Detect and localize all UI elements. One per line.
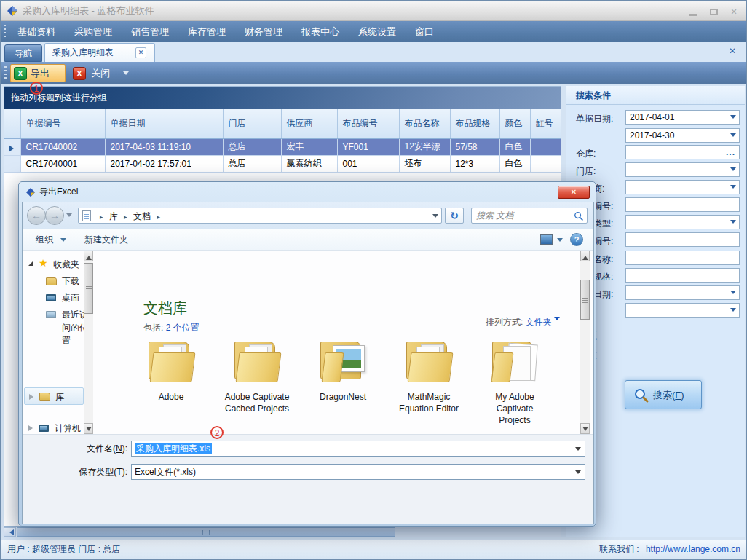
chevron-down-icon[interactable] xyxy=(730,308,736,315)
breadcrumb-item-documents[interactable]: 文档 xyxy=(133,211,151,221)
column-header-fabric-spec[interactable]: 布品规格 xyxy=(450,109,499,138)
audit-date-from-combobox[interactable] xyxy=(625,285,740,300)
scroll-up-button[interactable] xyxy=(84,251,93,261)
fabric-name-input[interactable] xyxy=(625,251,740,265)
menu-item-settings[interactable]: 系统设置 xyxy=(349,21,406,42)
organize-button[interactable]: 组织 xyxy=(36,229,53,251)
sidebar-item-favorites[interactable]: 收藏夹 xyxy=(53,258,79,271)
close-all-tabs-button[interactable]: ✕ xyxy=(729,46,736,56)
arrange-by-value[interactable]: 文件夹 xyxy=(526,317,552,327)
tree-expander-closed-icon[interactable] xyxy=(28,425,36,431)
chevron-down-icon[interactable] xyxy=(575,447,581,454)
close-report-button[interactable]: 关闭 xyxy=(91,66,110,81)
menu-item-sales[interactable]: 销售管理 xyxy=(122,21,178,42)
menu-grip-handle[interactable] xyxy=(4,25,6,39)
forward-button[interactable]: → xyxy=(45,206,64,225)
menu-item-base-data[interactable]: 基础资料 xyxy=(8,21,65,42)
group-by-panel[interactable]: 拖动列标题到这进行分组 xyxy=(4,87,561,109)
column-header-fabric-no[interactable]: 布品编号 xyxy=(337,109,399,138)
menu-item-reports[interactable]: 报表中心 xyxy=(292,21,349,42)
recent-pages-dropdown-icon[interactable] xyxy=(66,213,72,220)
folder-item-adobe[interactable]: Adobe xyxy=(130,340,212,403)
menu-item-finance[interactable]: 财务管理 xyxy=(235,21,292,42)
table-row[interactable]: CR17040001 2017-04-02 17:57:01 总店 赢泰纺织 0… xyxy=(4,155,561,172)
doc-no-input[interactable] xyxy=(625,197,740,212)
search-icon[interactable] xyxy=(574,211,584,221)
fabric-no-input[interactable] xyxy=(625,232,740,247)
chevron-down-icon[interactable] xyxy=(554,317,560,323)
scrollbar-thumb[interactable] xyxy=(17,527,395,537)
column-header-supplier[interactable]: 供应商 xyxy=(281,109,337,138)
ellipsis-button[interactable]: ... xyxy=(726,146,735,159)
column-header-lot-no[interactable]: 缸号 xyxy=(530,109,561,138)
sidebar-item-downloads[interactable]: 下载 xyxy=(62,275,79,288)
folder-item-mathmagic[interactable]: MathMagic Equation Editor xyxy=(388,340,470,414)
tab-purchase-report[interactable]: 采购入库明细表 ✕ xyxy=(44,43,155,62)
export-button[interactable]: X 导出 xyxy=(10,64,66,82)
scrollbar-thumb[interactable] xyxy=(84,263,93,314)
tree-scrollbar[interactable] xyxy=(84,251,93,434)
chevron-down-icon[interactable] xyxy=(730,133,736,140)
column-header-store[interactable]: 门店 xyxy=(223,109,281,138)
chevron-down-icon[interactable] xyxy=(730,115,736,122)
store-combobox[interactable] xyxy=(625,162,740,177)
column-header-doc-no[interactable]: 单据编号 xyxy=(20,109,105,138)
scroll-down-button[interactable] xyxy=(580,423,590,434)
scroll-up-button[interactable] xyxy=(580,251,590,261)
close-window-button[interactable]: ✕ xyxy=(724,7,743,17)
refresh-button[interactable]: ↻ xyxy=(445,208,464,224)
change-view-icon[interactable] xyxy=(540,234,553,245)
breadcrumb[interactable]: ▸ 库 ▸ 文档 ▸ xyxy=(78,208,442,224)
tab-close-button[interactable]: ✕ xyxy=(135,47,146,58)
menu-item-purchase[interactable]: 采购管理 xyxy=(65,21,122,42)
table-row-selected[interactable]: CR17040002 2017-04-03 11:19:10 总店 宏丰 YF0… xyxy=(4,138,561,155)
doc-date-to-combobox[interactable]: 2017-04-30 xyxy=(625,128,740,143)
toolbar-dropdown-icon[interactable] xyxy=(123,71,129,78)
sidebar-item-library-selected[interactable]: 库 xyxy=(24,387,84,405)
toolbar-grip-handle[interactable] xyxy=(4,66,7,81)
breadcrumb-item-library[interactable]: 库 xyxy=(109,211,118,221)
column-header-doc-date[interactable]: 单据日期 xyxy=(105,109,223,138)
column-header-color[interactable]: 颜色 xyxy=(499,109,530,138)
filetype-combobox[interactable]: Excel文件(*.xls) xyxy=(131,464,585,480)
doc-date-from-combobox[interactable]: 2017-04-01 xyxy=(625,110,740,125)
scroll-left-button[interactable] xyxy=(4,527,16,537)
scrollbar-thumb[interactable] xyxy=(580,280,590,320)
tree-expander-closed-icon[interactable] xyxy=(29,394,36,400)
fabric-spec-input[interactable] xyxy=(625,268,740,283)
organize-dropdown-icon[interactable] xyxy=(60,238,66,245)
folder-item-my-adobe-captivate[interactable]: My Adobe Captivate Projects xyxy=(474,340,556,426)
audit-date-to-combobox[interactable] xyxy=(625,303,740,318)
tab-navigation[interactable]: 导航 xyxy=(4,44,42,62)
sidebar-item-desktop[interactable]: 桌面 xyxy=(62,291,79,304)
address-dropdown-icon[interactable] xyxy=(432,214,438,221)
search-button[interactable]: 搜索(F) xyxy=(625,380,702,409)
filename-combobox[interactable]: 采购入库明细表.xls xyxy=(131,441,585,457)
back-button[interactable]: ← xyxy=(27,206,46,225)
maximize-button[interactable] xyxy=(704,7,723,17)
dialog-search-input[interactable] xyxy=(475,209,568,222)
help-icon[interactable]: ? xyxy=(570,233,583,246)
minimize-button[interactable] xyxy=(684,7,703,17)
supplier-combobox[interactable] xyxy=(625,180,740,194)
close-report-icon[interactable]: X xyxy=(73,67,86,80)
new-folder-button[interactable]: 新建文件夹 xyxy=(84,229,128,251)
chevron-down-icon[interactable] xyxy=(575,470,581,477)
fabric-type-combobox[interactable] xyxy=(625,215,740,229)
scroll-down-button[interactable] xyxy=(84,423,93,434)
locations-link[interactable]: 2 个位置 xyxy=(166,323,199,333)
dialog-close-button[interactable]: ✕ xyxy=(558,186,590,199)
menu-item-inventory[interactable]: 库存管理 xyxy=(178,21,235,42)
chevron-down-icon[interactable] xyxy=(730,291,736,297)
website-link[interactable]: http://www.lange.com.cn xyxy=(646,544,740,554)
column-header-fabric-name[interactable]: 布品名称 xyxy=(399,109,450,138)
chevron-down-icon[interactable] xyxy=(730,167,736,174)
warehouse-input[interactable]: ... xyxy=(625,145,740,159)
grid-horizontal-scrollbar[interactable] xyxy=(4,527,561,537)
chevron-down-icon[interactable] xyxy=(730,220,736,226)
sidebar-item-computer[interactable]: 计算机 xyxy=(55,422,81,434)
folder-item-adobe-captivate-cached[interactable]: Adobe Captivate Cached Projects xyxy=(216,340,298,414)
menu-item-window[interactable]: 窗口 xyxy=(406,21,443,42)
tree-expander-open-icon[interactable] xyxy=(28,261,33,266)
chevron-down-icon[interactable] xyxy=(730,185,736,192)
